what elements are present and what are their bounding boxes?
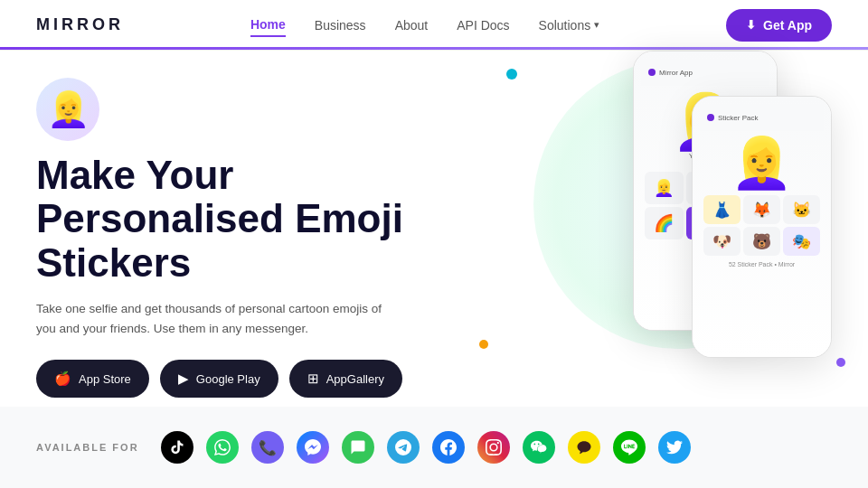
kakaotalk-icon[interactable] [568, 431, 600, 464]
whatsapp-icon[interactable] [206, 431, 239, 464]
chevron-down-icon: ▾ [594, 19, 599, 31]
hero-right: Mirror App 👱‍♀️ Your Avatar 👱‍♀️ 💃 👸 🌈 💕… [470, 42, 850, 421]
nav-solutions-link[interactable]: Solutions [539, 14, 591, 36]
download-icon: ⬇ [746, 18, 756, 32]
phone-dot [648, 69, 656, 76]
s6: 🎭 [783, 227, 820, 256]
hero-left: 👱‍♀️ Make Your Personalised Emoji Sticke… [36, 78, 488, 398]
available-label: AVAILABLE FOR [36, 442, 139, 453]
cta-buttons: 🍎 App Store ▶ Google Play ⊞ AppGallery [36, 360, 488, 398]
app-store-label: App Store [79, 372, 131, 386]
gallery-icon: ⊞ [307, 371, 319, 387]
phone-screen-secondary: Sticker Pack 👱‍♀️ 👗 🦊 🐱 🐶 🐻 🎭 52 Sticker… [693, 97, 831, 357]
appgallery-button[interactable]: ⊞ AppGallery [289, 360, 402, 398]
dot-purple [836, 358, 845, 367]
apple-icon: 🍎 [54, 371, 71, 387]
s5: 🐻 [743, 227, 780, 256]
dot-cyan [506, 69, 517, 80]
s1: 👗 [703, 195, 741, 224]
hero-title: Make Your Personalised Emoji Stickers [36, 154, 488, 285]
phone-header-secondary: Sticker Pack [700, 104, 824, 131]
phone-dot-2 [707, 114, 714, 121]
google-play-button[interactable]: ▶ Google Play [160, 360, 278, 398]
app-store-button[interactable]: 🍎 App Store [36, 360, 149, 398]
nav-home[interactable]: Home [250, 14, 286, 37]
s3: 🐱 [783, 195, 820, 224]
nav-business[interactable]: Business [315, 14, 366, 36]
logo: MIRROR [36, 15, 124, 34]
nav-about[interactable]: About [395, 14, 429, 36]
line-icon[interactable] [613, 431, 646, 464]
nav-solutions[interactable]: Solutions ▾ [539, 14, 600, 36]
facebook-icon[interactable] [432, 431, 465, 464]
platform-icons: 📞 [161, 431, 691, 464]
wechat-icon[interactable] [523, 431, 555, 464]
sticker-1: 👱‍♀️ [645, 172, 684, 204]
hero-subtitle: Take one selfie and get thousands of per… [36, 299, 389, 338]
nav-api-docs[interactable]: API Docs [457, 14, 509, 36]
dot-amber [479, 340, 488, 349]
s2: 🦊 [743, 195, 780, 224]
sticker-4: 🌈 [645, 207, 684, 239]
imessage-icon[interactable] [342, 431, 374, 464]
viber-icon[interactable]: 📞 [251, 431, 284, 464]
telegram-icon[interactable] [387, 431, 420, 464]
tiktok-icon[interactable] [161, 431, 193, 464]
phone-header-main: Mirror App [641, 59, 769, 86]
messenger-icon[interactable] [297, 431, 329, 464]
avatar: 👱‍♀️ [36, 78, 99, 141]
google-play-label: Google Play [196, 372, 260, 386]
play-icon: ▶ [178, 371, 189, 387]
instagram-icon[interactable] [477, 431, 510, 464]
twitter-icon[interactable] [658, 431, 691, 464]
hero-section: 👱‍♀️ Make Your Personalised Emoji Sticke… [0, 51, 868, 407]
appgallery-label: AppGallery [326, 372, 384, 386]
get-app-label: Get App [763, 18, 812, 33]
s4: 🐶 [703, 227, 741, 256]
get-app-button[interactable]: ⬇ Get App [726, 9, 832, 42]
nav-links: Home Business About API Docs Solutions ▾ [250, 14, 599, 37]
phone-secondary: Sticker Pack 👱‍♀️ 👗 🦊 🐱 🐶 🐻 🎭 52 Sticker… [692, 96, 832, 358]
